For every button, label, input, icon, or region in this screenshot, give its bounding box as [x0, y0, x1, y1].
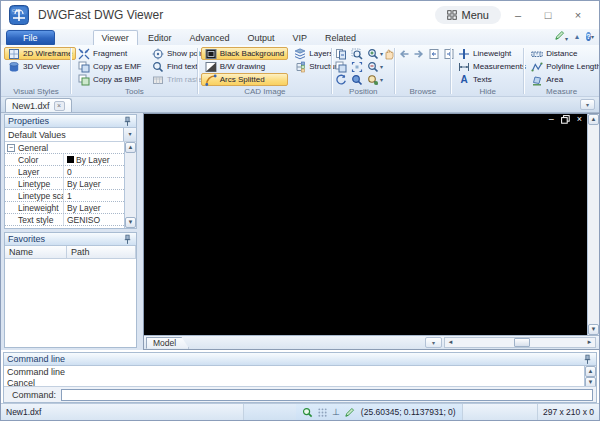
close-button[interactable]: ×	[565, 5, 591, 25]
tab-output[interactable]: Output	[239, 31, 282, 45]
property-row-layer[interactable]: Layer 0	[5, 166, 124, 178]
ortho-mode-icon[interactable]: ⊥	[332, 407, 340, 417]
button-hide-measurements[interactable]: Measurements	[454, 60, 530, 73]
button-zoom-window[interactable]	[351, 48, 367, 60]
black-background-icon	[205, 48, 217, 60]
button-measure-area[interactable]: Area	[527, 73, 599, 86]
button-measure-polyline-length[interactable]: Polyline Length	[527, 60, 599, 73]
scroll-left-icon[interactable]: ◄	[445, 338, 456, 347]
pin-icon[interactable]	[582, 354, 593, 365]
column-header-path[interactable]: Path	[67, 246, 136, 258]
button-zoom-out[interactable]: ▾	[367, 61, 383, 73]
layout-tabs-menu-button[interactable]: ▾	[425, 337, 442, 348]
property-row-color[interactable]: Color By Layer	[5, 154, 124, 166]
button-2d-wireframe[interactable]: 2D Wireframe	[4, 47, 76, 60]
group-label-tools: Tools	[74, 86, 195, 96]
button-zoom-in[interactable]: ▾	[367, 48, 383, 60]
command-scrollbar[interactable]: ▲ ▼	[584, 366, 596, 386]
prev-view-icon	[428, 48, 440, 60]
mdi-minimize-button[interactable]: –	[549, 115, 554, 124]
button-copy-as-bmp[interactable]: Copy as BMP	[74, 73, 146, 86]
properties-scrollbar[interactable]: ▲ ▼	[124, 142, 136, 228]
button-copy-view[interactable]	[335, 61, 351, 73]
button-rotate-view[interactable]	[335, 74, 351, 86]
property-row-linetype[interactable]: Linetype By Layer	[5, 178, 124, 190]
lineweight-icon	[458, 48, 470, 60]
scrollbar-track[interactable]	[456, 338, 584, 347]
favorites-title: Favorites	[8, 234, 45, 244]
scroll-down-icon[interactable]: ▼	[125, 217, 136, 228]
button-zoom-dynamic[interactable]	[351, 74, 367, 86]
button-hide-texts[interactable]: ATexts	[454, 73, 530, 86]
search-status-icon[interactable]	[302, 407, 313, 418]
collapse-ribbon-button[interactable]: ▴	[575, 32, 579, 41]
group-hide: Lineweight Measurements ATexts Hide	[453, 46, 522, 96]
document-tab-close-icon[interactable]: ×	[54, 101, 65, 111]
help-button[interactable]: ?▾	[586, 31, 594, 42]
document-tab-list-button[interactable]: ▾	[580, 99, 595, 110]
mdi-close-button[interactable]: ×	[577, 115, 582, 124]
button-hide-lineweight[interactable]: Lineweight	[454, 47, 530, 60]
favorites-header[interactable]: Favorites	[5, 233, 136, 246]
property-row-linetype-scale[interactable]: Linetype scale 1	[5, 190, 124, 202]
command-input[interactable]	[61, 389, 593, 401]
chevron-down-icon[interactable]: ▾	[123, 128, 136, 141]
button-3d-viewer[interactable]: 3D Viewer	[4, 60, 76, 73]
button-prev-view[interactable]	[428, 48, 440, 62]
drawing-window: – × ▲ ▼ Model ▾ ◄ ►	[143, 113, 599, 350]
button-pan-view[interactable]	[335, 48, 351, 60]
drawing-canvas[interactable]: – ×	[144, 114, 587, 335]
main-area: Properties Default Values ▾ − General Co…	[1, 113, 599, 350]
button-arcs-splitted[interactable]: Arcs Splitted	[201, 73, 288, 86]
button-black-background[interactable]: Black Background	[201, 47, 288, 60]
command-line-header[interactable]: Command line	[4, 353, 596, 366]
menu-button[interactable]: Menu	[435, 6, 501, 24]
mdi-restore-button[interactable]	[561, 115, 570, 124]
scroll-up-icon[interactable]: ▲	[585, 366, 596, 377]
scroll-down-icon[interactable]: ▼	[588, 324, 599, 335]
button-measure-distance[interactable]: Distance	[527, 47, 599, 60]
button-bw-drawing[interactable]: B/W drawing	[201, 60, 288, 73]
button-zoom-extents[interactable]	[351, 61, 367, 73]
tab-viewer[interactable]: Viewer	[93, 30, 138, 45]
collapse-expander-icon[interactable]: −	[7, 144, 15, 152]
draw-pencil-icon[interactable]	[344, 407, 355, 418]
tab-model[interactable]: Model	[146, 337, 189, 349]
copy-emf-icon	[78, 61, 90, 73]
properties-preset-dropdown[interactable]: Default Values ▾	[5, 128, 136, 142]
tab-advanced[interactable]: Advanced	[181, 31, 237, 45]
canvas-horizontal-scrollbar[interactable]: ◄ ►	[444, 337, 596, 348]
scroll-up-icon[interactable]: ▲	[125, 142, 136, 153]
button-browse-forward[interactable]	[413, 48, 425, 62]
tab-vip[interactable]: VIP	[284, 31, 315, 45]
property-row-lineweight[interactable]: Lineweight By Layer	[5, 202, 124, 214]
snap-grid-icon[interactable]	[317, 407, 328, 418]
maximize-button[interactable]: □	[535, 5, 561, 25]
minimize-button[interactable]: –	[505, 5, 531, 25]
fragment-icon	[78, 48, 90, 60]
properties-header[interactable]: Properties	[5, 115, 136, 128]
scroll-up-icon[interactable]: ▲	[588, 114, 599, 125]
scrollbar-thumb[interactable]	[514, 338, 530, 347]
button-zoom-scale[interactable]: ▾	[367, 74, 383, 86]
property-row-text-style[interactable]: Text style GENISO	[5, 214, 124, 226]
left-panels: Properties Default Values ▾ − General Co…	[1, 113, 137, 350]
tab-file[interactable]: File	[6, 30, 55, 45]
column-header-name[interactable]: Name	[5, 246, 67, 258]
button-fragment[interactable]: Fragment	[74, 47, 146, 60]
favorites-list[interactable]	[5, 259, 136, 347]
tab-related[interactable]: Related	[317, 31, 364, 45]
scroll-right-icon[interactable]: ►	[584, 338, 595, 347]
canvas-vertical-scrollbar[interactable]: ▲ ▼	[587, 114, 599, 335]
pin-icon[interactable]	[122, 234, 133, 245]
group-label-browse: Browse	[398, 86, 448, 96]
button-copy-as-emf[interactable]: Copy as EMF	[74, 60, 146, 73]
polyline-length-icon	[531, 61, 543, 73]
property-group-general[interactable]: − General	[5, 142, 124, 154]
group-label-hide: Hide	[454, 86, 521, 96]
tab-editor[interactable]: Editor	[140, 31, 180, 45]
button-browse-back[interactable]	[398, 48, 410, 62]
style-pencil-button[interactable]: ▾	[554, 30, 568, 43]
document-tab[interactable]: New1.dxf ×	[5, 98, 72, 112]
pin-icon[interactable]	[122, 116, 133, 127]
